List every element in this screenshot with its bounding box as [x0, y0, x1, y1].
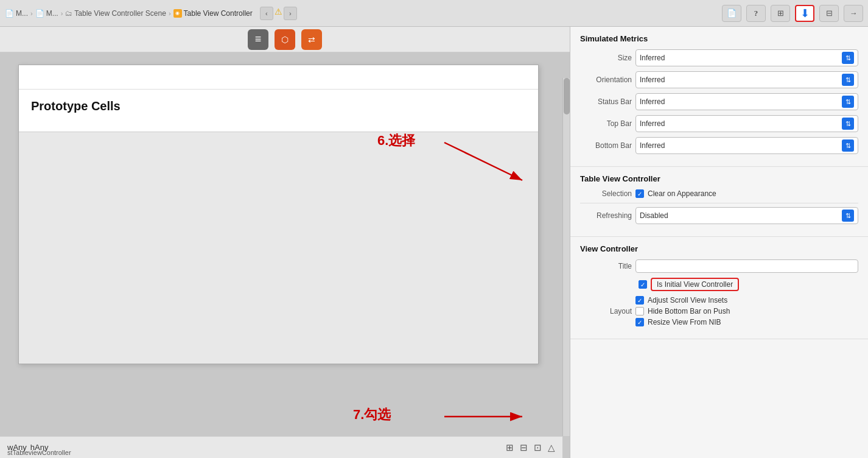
controller-name-label: stTableviewController	[7, 447, 71, 458]
right-panel: Simulated Metrics Size Inferred ⇅ Orient…	[570, 27, 868, 458]
top-bar: 📄 M... › 📄 M... › 🗂 Table View Controlle…	[0, 0, 868, 27]
topbar-select-arrow[interactable]: ⇅	[842, 118, 854, 130]
nav-back-button[interactable]: ‹	[260, 7, 273, 20]
resize-nib-checkbox[interactable]: ✓	[635, 318, 644, 326]
size-select-arrow[interactable]: ⇅	[842, 52, 854, 64]
layout-label: Layout	[580, 307, 632, 315]
selection-label: Selection	[580, 189, 632, 198]
adjust-scroll-label: Adjust Scroll View Insets	[648, 296, 727, 305]
hide-bottom-bar-label: Hide Bottom Bar on Push	[648, 307, 730, 315]
bottombar-select-arrow[interactable]: ⇅	[842, 139, 854, 152]
scene-icon: 🗂	[65, 9, 72, 18]
size-label: Size	[580, 54, 632, 62]
orientation-label: Orientation	[580, 76, 632, 84]
vc-header	[19, 65, 538, 90]
nav-forward-button[interactable]: ›	[284, 7, 297, 20]
bottombar-field-row: Bottom Bar Inferred ⇅	[580, 137, 858, 154]
scrollbar-track[interactable]	[562, 78, 570, 436]
size-field-row: Size Inferred ⇅	[580, 49, 858, 66]
layout-label-row: Layout ✓ Adjust Scroll View Insets Hide …	[580, 296, 858, 326]
hide-bottom-bar-row: Hide Bottom Bar on Push	[635, 307, 858, 315]
refreshing-select-arrow[interactable]: ⇅	[842, 210, 854, 222]
sep2: ›	[61, 10, 63, 17]
file-inspector-button[interactable]: 📄	[722, 5, 741, 22]
sep3: ›	[169, 10, 171, 17]
statusbar-label: Status Bar	[580, 97, 632, 106]
statusbar-select[interactable]: Inferred ⇅	[635, 93, 858, 110]
bottombar-select[interactable]: Inferred ⇅	[635, 137, 858, 154]
is-initial-label: Is Initial View Controller	[651, 278, 739, 291]
selection-checkbox[interactable]: ✓	[635, 189, 644, 198]
bottombar-label: Bottom Bar	[580, 141, 632, 150]
tvc-title: Table View Controller	[580, 174, 858, 183]
sep1: ›	[30, 10, 33, 17]
warning-icon: ⚠	[275, 7, 282, 20]
distribute-icon[interactable]: ⊟	[520, 442, 528, 453]
connections-inspector-button[interactable]: →	[844, 5, 863, 22]
main-area: ≡ ⬡ ⇄ Prototype Cells 6.选择	[0, 27, 868, 458]
layout-checkboxes: ✓ Adjust Scroll View Insets Hide Bottom …	[635, 296, 858, 326]
title-field-row: Title	[580, 259, 858, 273]
orientation-select[interactable]: Inferred ⇅	[635, 71, 858, 88]
refreshing-select[interactable]: Disabled ⇅	[635, 207, 858, 224]
doc-icon: 📄	[5, 9, 14, 18]
tvc-divider	[580, 203, 858, 203]
toolbar-right: 📄 ? ⊞ ⬇ ⊟ →	[722, 5, 863, 22]
doc2-icon: 📄	[35, 9, 44, 18]
vc-icon: ◉	[173, 9, 182, 18]
step6-annotation: 6.选择	[377, 132, 415, 150]
vc-title-input[interactable]	[635, 259, 858, 273]
is-initial-checkbox[interactable]: ✓	[639, 280, 647, 289]
size-select[interactable]: Inferred ⇅	[635, 49, 858, 66]
vc-body	[19, 132, 538, 364]
statusbar-select-arrow[interactable]: ⇅	[842, 96, 854, 108]
tvc-section: Table View Controller Selection ✓ Clear …	[570, 167, 868, 237]
refreshing-row: Refreshing Disabled ⇅	[580, 207, 858, 224]
breadcrumb-item-1[interactable]: 📄 M...	[5, 9, 28, 18]
align-icon[interactable]: ⊞	[506, 442, 514, 453]
simulated-metrics-section: Simulated Metrics Size Inferred ⇅ Orient…	[570, 27, 868, 167]
canvas-area: ≡ ⬡ ⇄ Prototype Cells 6.选择	[0, 27, 570, 458]
size-inspector-button[interactable]: ⊟	[819, 5, 839, 22]
vc-section: View Controller Title ✓ Is Initial View …	[570, 237, 868, 339]
vc-title-label: Title	[580, 262, 632, 270]
prototype-cells-area: Prototype Cells	[19, 90, 538, 132]
resolve-icon[interactable]: △	[548, 442, 555, 453]
resize-nib-label: Resize View From NIB	[648, 318, 721, 326]
breadcrumb-item-scene[interactable]: 🗂 Table View Controller Scene	[65, 9, 166, 18]
storyboard-canvas[interactable]: Prototype Cells 6.选择	[0, 52, 570, 458]
view-controller-frame: Prototype Cells	[18, 65, 539, 364]
orientation-select-arrow[interactable]: ⇅	[842, 74, 854, 86]
topbar-field-row: Top Bar Inferred ⇅	[580, 115, 858, 132]
pin-icon[interactable]: ⊡	[534, 442, 542, 453]
help-button[interactable]: ?	[746, 5, 766, 22]
attributes-inspector-button[interactable]: ⬇	[795, 5, 814, 22]
selection-row: Selection ✓ Clear on Appearance	[580, 189, 858, 198]
adjust-scroll-checkbox[interactable]: ✓	[635, 296, 644, 305]
bottom-icons: ⊞ ⊟ ⊡ △	[506, 442, 555, 453]
resize-nib-row: ✓ Resize View From NIB	[635, 318, 858, 326]
segue-icon[interactable]: ⇄	[301, 29, 322, 50]
selection-checkbox-label: Clear on Appearance	[648, 189, 716, 198]
scrollbar-thumb[interactable]	[564, 78, 570, 114]
adjust-scroll-row: ✓ Adjust Scroll View Insets	[635, 296, 858, 305]
breadcrumb-item-2[interactable]: 📄 M...	[35, 9, 58, 18]
breadcrumb: 📄 M... › 📄 M... › 🗂 Table View Controlle…	[5, 7, 719, 20]
table-view-icon[interactable]: ≡	[248, 29, 268, 50]
statusbar-field-row: Status Bar Inferred ⇅	[580, 93, 858, 110]
refreshing-label: Refreshing	[580, 211, 632, 220]
breadcrumb-item-vc[interactable]: ◉ Table View Controller	[173, 9, 253, 18]
canvas-toolbar: ≡ ⬡ ⇄	[0, 27, 570, 52]
vc-section-title: View Controller	[580, 244, 858, 253]
hide-bottom-bar-checkbox[interactable]	[635, 307, 644, 315]
topbar-label: Top Bar	[580, 119, 632, 128]
orientation-field-row: Orientation Inferred ⇅	[580, 71, 858, 88]
identity-inspector-button[interactable]: ⊞	[771, 5, 790, 22]
attributes-icon: ⬇	[800, 7, 810, 20]
simulated-metrics-title: Simulated Metrics	[580, 34, 858, 43]
topbar-select[interactable]: Inferred ⇅	[635, 115, 858, 132]
prototype-cells-label: Prototype Cells	[31, 99, 121, 113]
canvas-bottom-bar: wAny hAny ⊞ ⊟ ⊡ △	[0, 436, 562, 458]
is-initial-row: ✓ Is Initial View Controller	[590, 278, 858, 291]
cube-icon[interactable]: ⬡	[275, 29, 295, 50]
